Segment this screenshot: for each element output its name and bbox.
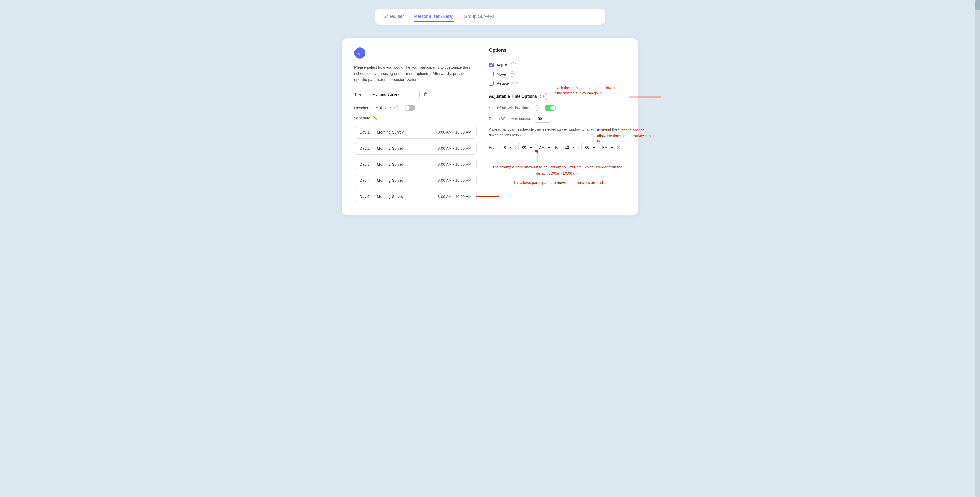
survey-name: Morning Survey (377, 130, 433, 134)
scrollbar-thumb[interactable] (975, 0, 980, 10)
option-row-adjust: Adjust ? (489, 62, 626, 67)
window-minutes-row: Default Window (minutes): (489, 115, 626, 123)
remove-time-slot-button[interactable]: ⊗ (616, 144, 620, 150)
title-input[interactable] (369, 90, 420, 99)
survey-name: Morning Survey (377, 146, 433, 150)
description-text: Please select how you would like your pa… (354, 64, 477, 83)
survey-name: Morning Survey (377, 178, 433, 183)
table-row: Day 1 Morning Survey 8:00 AM - 10:00 AM (354, 126, 477, 139)
retake-label: Retake (496, 81, 509, 86)
day-label: Day 5 (360, 194, 372, 199)
default-window-label: Set Default Window Time? (489, 106, 531, 110)
time-range: 8:00 AM - 10:00 AM (438, 178, 471, 183)
time-range: 8:00 AM - 10:00 AM (438, 130, 471, 134)
survey-name: Morning Survey (377, 194, 433, 199)
default-window-row: Set Default Window Time? ? (489, 105, 626, 111)
min-from-select[interactable]: 00153045 (518, 143, 533, 151)
adjust-help-icon[interactable]: ? (511, 62, 516, 67)
hour-to-select[interactable]: 1212 (561, 143, 576, 151)
table-row: Day 5 Morning Survey 8:00 AM - 10:00 AM (354, 190, 477, 203)
day-list: Day 1 Morning Survey 8:00 AM - 10:00 AM … (354, 126, 477, 203)
day5-arrow (476, 193, 500, 200)
edit-icon[interactable]: ✏️ (373, 116, 378, 121)
colon-2: : (578, 145, 579, 150)
option-row-move: Move ? (489, 72, 626, 76)
ampm-to-select[interactable]: PMAM (598, 143, 614, 151)
reschedule-row: Reschedule Multiple? ? (354, 105, 477, 110)
to-label: To (554, 145, 558, 149)
option-row-retake: Retake ? (489, 81, 626, 86)
annotation-plus-outside: Click the "+" button to add the allowabl… (597, 127, 659, 144)
title-label: Title: (354, 92, 366, 97)
retake-help-icon[interactable]: ? (512, 81, 517, 86)
options-title: Options (489, 48, 626, 53)
title-row: Title: 🗑 (354, 90, 477, 99)
reschedule-toggle[interactable] (404, 105, 415, 110)
day-label: Day 2 (360, 146, 372, 150)
tab-scheduler[interactable]: Scheduler (383, 12, 404, 22)
move-checkbox[interactable] (489, 72, 493, 76)
window-minutes-input[interactable] (534, 115, 552, 123)
time-range: 8:00 AM - 10:00 AM (438, 146, 471, 150)
time-up-arrow (535, 150, 541, 163)
colon-1: : (515, 145, 516, 150)
hour-from-select[interactable]: 6789 (500, 143, 513, 151)
table-row: Day 2 Morning Survey 8:00 AM - 10:00 AM (354, 142, 477, 155)
day-label: Day 4 (360, 178, 372, 183)
tab-personalizer[interactable]: Personalizer (Beta) (414, 12, 453, 22)
scrollbar[interactable] (975, 0, 980, 497)
tab-group-surveys[interactable]: Group Surveys (464, 12, 494, 22)
annotation-plus: Click the "+" button to add the allowabl… (555, 85, 622, 96)
move-label: Move (496, 72, 506, 76)
schedule-row: Schedule ✏️ (354, 116, 477, 121)
reschedule-label: Reschedule Multiple? (354, 106, 391, 110)
add-time-slot-button[interactable]: + (540, 93, 547, 100)
default-window-help-icon[interactable]: ? (535, 105, 540, 110)
window-minutes-label: Default Window (minutes): (489, 117, 531, 121)
options-divider (489, 58, 626, 58)
time-selector-row: From 6789 : 00153045 AMPM To (489, 143, 626, 151)
annotation-participants: This allows participants to move the tim… (489, 180, 626, 186)
plus-arrow (628, 94, 662, 100)
back-button[interactable] (354, 48, 366, 59)
schedule-label: Schedule (354, 116, 370, 120)
right-panel: Options Adjust ? Move ? Retake ? (489, 48, 626, 203)
day-label: Day 3 (360, 162, 372, 166)
adjustable-row: Adjustable Time Options + Click the "+" … (489, 93, 626, 100)
adjust-label: Adjust (496, 63, 508, 67)
reschedule-help-icon[interactable]: ? (394, 105, 399, 110)
annotation-time-example: The example here shows it to be 6:00am t… (489, 164, 626, 177)
survey-name: Morning Survey (377, 162, 433, 166)
table-row: Day 3 Morning Survey 8:00 AM - 10:00 AM (354, 158, 477, 171)
left-panel: Please select how you would like your pa… (354, 48, 477, 203)
move-help-icon[interactable]: ? (510, 72, 515, 76)
time-range: 8:00 AM - 10:00 AM (438, 162, 471, 166)
delete-button[interactable]: 🗑 (423, 91, 429, 98)
day-label: Day 1 (360, 130, 372, 134)
time-range: 8:00 AM - 10:00 AM (438, 194, 471, 199)
tabs-bar: Scheduler Personalizer (Beta) Group Surv… (375, 9, 605, 24)
adjust-checkbox[interactable] (489, 62, 493, 67)
table-row: Day 4 Morning Survey 8:00 AM - 10:00 AM (354, 174, 477, 187)
from-label: From (489, 145, 498, 149)
min-to-select[interactable]: 00153045 (581, 143, 596, 151)
default-window-toggle[interactable] (545, 105, 555, 111)
main-card: Please select how you would like your pa… (342, 38, 638, 215)
time-row-wrapper: From 6789 : 00153045 AMPM To (489, 143, 626, 151)
adjustable-title: Adjustable Time Options (489, 94, 537, 99)
retake-checkbox[interactable] (489, 81, 493, 86)
